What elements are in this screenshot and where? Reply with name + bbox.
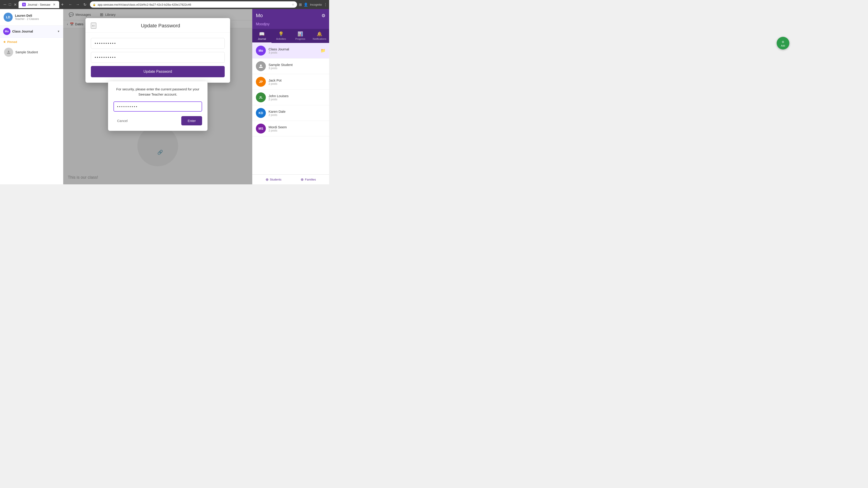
confirm-password-input[interactable] [91, 52, 225, 63]
minimize-button[interactable]: ─ [4, 2, 6, 6]
families-action-button[interactable]: ⊕ Families [301, 177, 316, 182]
list-item-sample-student[interactable]: Sample Student 3 posts [252, 59, 329, 74]
progress-icon: 📊 [298, 31, 303, 37]
close-button[interactable]: ✕ [14, 2, 17, 7]
posts-john-louises: 2 posts [269, 98, 288, 101]
class-journal-posts: 3 posts [269, 51, 289, 54]
nav-buttons: ← → ↻ [67, 1, 88, 8]
bottom-actions: ⊕ Students ⊕ Families [252, 174, 329, 184]
security-actions: Cancel Enter [114, 116, 202, 125]
active-tab[interactable]: S Journal - Seesaw ✕ [19, 1, 59, 8]
modal-title: Update Password [96, 23, 225, 29]
cancel-button[interactable]: Cancel [114, 117, 131, 125]
list-item-mordi-seem[interactable]: MS Mordi Seem 2 posts [252, 121, 329, 136]
activities-label: Activities [276, 37, 286, 40]
maximize-button[interactable]: □ [9, 2, 11, 6]
current-password-input[interactable] [114, 101, 202, 111]
browser-chrome: ─ □ ✕ S Journal - Seesaw ✕ + ← → ↻ 🔒 app… [0, 0, 329, 9]
families-label: Families [305, 178, 316, 181]
posts-mordi-seem: 2 posts [269, 129, 287, 132]
lock-icon: 🔒 [93, 3, 96, 6]
tab-close-button[interactable]: ✕ [53, 3, 56, 6]
modal-back-button[interactable]: ← [91, 23, 96, 29]
svg-point-0 [8, 51, 9, 52]
notifications-icon: 🔔 [317, 31, 322, 37]
info-jack-pot: Jack Pot 2 posts [269, 78, 282, 86]
update-password-button[interactable]: Update Password [91, 66, 225, 77]
avatar-sample-student [256, 61, 266, 71]
settings-icon[interactable]: ⚙ [321, 13, 326, 18]
students-label: Students [270, 178, 281, 181]
student-list: Mo Class Journal 3 posts 📁 Sample Studen… [252, 43, 329, 174]
security-message: For security, please enter the current p… [114, 87, 202, 97]
plus-families-icon: ⊕ [301, 177, 304, 182]
pinned-section: ★ Pinned Sample Student [0, 37, 63, 61]
journal-icon: 📖 [259, 31, 265, 37]
class-journal-avatar: Mo [256, 46, 266, 56]
list-item-karen-dale[interactable]: KD Karen Dale 2 posts [252, 105, 329, 121]
extensions-button[interactable]: ⊞ [299, 2, 302, 7]
avatar-john-louises: JL [256, 92, 266, 102]
window-controls[interactable]: ─ □ ✕ [4, 2, 17, 7]
new-password-input[interactable] [91, 38, 225, 49]
name-jack-pot: Jack Pot [269, 78, 282, 82]
center-content: 💬 Messages ⊞ Library ‹ 📅 Dates ← Update … [63, 9, 252, 184]
class-name-label: Class Journal [12, 30, 55, 33]
right-class-name: Moodjoy [252, 22, 329, 29]
student-name: Sample Student [16, 51, 38, 54]
journal-label: Journal [258, 37, 266, 40]
class-journal-item[interactable]: Mo Class Journal 3 posts 📁 [252, 43, 329, 59]
sample-student-item[interactable]: Sample Student [3, 46, 60, 59]
security-dialog: For security, please enter the current p… [108, 81, 208, 131]
menu-button[interactable]: ⋮ [324, 2, 327, 7]
notifications-label: Notifications [313, 37, 327, 40]
update-password-modal: ← Update Password Update Password For se… [86, 18, 230, 83]
progress-label: Progress [295, 37, 305, 40]
avatar-jack-pot: JP [256, 77, 266, 87]
name-mordi-seem: Mordi Seem [269, 125, 287, 129]
nav-item-journal[interactable]: 📖 Journal [252, 29, 272, 43]
enter-button[interactable]: Enter [181, 116, 202, 125]
new-tab-button[interactable]: + [59, 2, 66, 7]
nav-item-activities[interactable]: 💡 Activities [272, 29, 291, 43]
tab-favicon: S [22, 3, 26, 6]
students-action-button[interactable]: ⊕ Students [266, 177, 281, 182]
reload-button[interactable]: ↻ [82, 1, 88, 8]
class-journal-name: Class Journal [269, 47, 289, 51]
right-user-name: Mo [256, 13, 263, 19]
name-karen-dale: Karen Dale [269, 109, 285, 113]
nav-item-progress[interactable]: 📊 Progress [291, 29, 310, 43]
pinned-label: ★ Pinned [3, 40, 60, 43]
nav-item-notifications[interactable]: 🔔 Notifications [310, 29, 329, 43]
list-item-john-louises[interactable]: JL John Louises 2 posts [252, 90, 329, 105]
url-text: app.seesaw.me/#/class/class.e01bf4c2-9a2… [98, 3, 191, 6]
bookmark-icon[interactable]: ☆ [292, 3, 294, 6]
right-sidebar: Mo ⚙ Moodjoy 📖 Journal 💡 Activities 📊 Pr… [252, 9, 329, 184]
info-john-louises: John Louises 2 posts [269, 94, 288, 101]
incognito-label: Incognito [310, 3, 322, 6]
chevron-down-icon: ▼ [57, 30, 60, 33]
user-avatar: LD [4, 13, 13, 22]
class-avatar: Mo [3, 28, 10, 35]
info-mordi-seem: Mordi Seem 2 posts [269, 125, 287, 132]
forward-nav-button[interactable]: → [74, 1, 81, 8]
browser-actions: ⊞ 👤 Incognito ⋮ [299, 2, 327, 7]
profile-button[interactable]: 👤 [304, 2, 308, 7]
name-sample-student: Sample Student [269, 63, 293, 67]
name-john-louises: John Louises [269, 94, 288, 98]
left-sidebar: LD Lauren Deli Teacher - 2 Classes Mo Cl… [0, 9, 63, 184]
class-selector[interactable]: Mo Class Journal ▼ [0, 26, 63, 37]
back-nav-button[interactable]: ← [67, 1, 74, 8]
class-journal-info: Class Journal 3 posts [269, 47, 289, 54]
student-avatar [4, 48, 13, 57]
svg-point-1 [260, 65, 261, 66]
modal-header: ← Update Password [86, 18, 230, 33]
info-karen-dale: Karen Dale 2 posts [269, 109, 285, 117]
modal-overlay: ← Update Password Update Password For se… [63, 9, 252, 184]
address-bar[interactable]: 🔒 app.seesaw.me/#/class/class.e01bf4c2-9… [90, 1, 297, 8]
app-container: LD Lauren Deli Teacher - 2 Classes Mo Cl… [0, 9, 329, 184]
list-item-jack-pot[interactable]: JP Jack Pot 2 posts [252, 74, 329, 90]
avatar-karen-dale: KD [256, 108, 266, 118]
user-info: Lauren Deli Teacher - 2 Classes [15, 14, 39, 21]
posts-sample-student: 3 posts [269, 67, 293, 70]
